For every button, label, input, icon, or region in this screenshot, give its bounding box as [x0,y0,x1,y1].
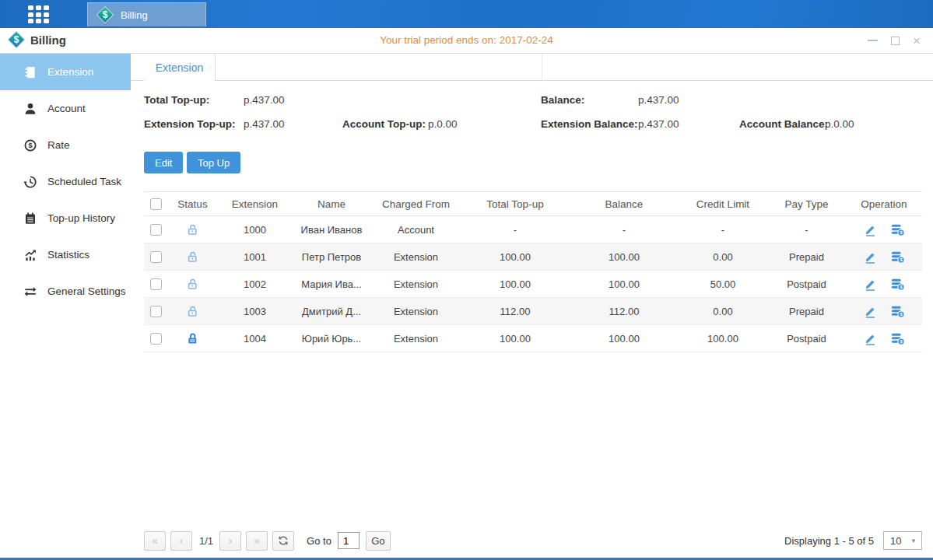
topup-button[interactable]: Top Up [187,152,240,173]
next-page-icon[interactable]: › [219,531,241,551]
edit-pencil-icon[interactable] [864,223,877,236]
extension-table: Status Extension Name Charged From Total… [144,191,922,352]
cell-pay-type: - [767,216,846,243]
cell-total-topup: 112.00 [461,298,570,325]
sidebar-item-scheduled-task[interactable]: Scheduled Task [0,163,131,200]
cell-balance: - [570,216,679,243]
edit-pencil-icon[interactable] [864,332,877,345]
edit-button[interactable]: Edit [144,152,183,173]
topup-coins-icon[interactable]: $ [891,250,905,264]
last-page-icon[interactable]: » [246,531,268,551]
cell-total-topup: - [461,216,570,243]
go-button[interactable]: Go [366,531,391,551]
page-size-select[interactable]: 10 ▼ [883,531,922,550]
dollar-circle-icon: $ [23,138,37,152]
extension-topup-label: Extension Top-up: [144,118,236,130]
extension-balance-label: Extension Balance: [541,118,638,130]
sidebar-item-topup-history[interactable]: Top-up History [0,200,131,236]
cell-total-topup: 100.00 [461,325,570,352]
column-header-status: Status [167,192,218,216]
table-row: 1000 Иван Иванов Account - - - - $ [144,216,922,243]
select-all-checkbox[interactable] [150,198,162,210]
total-topup-label: Total Top-up: [144,94,209,106]
goto-page-input[interactable] [338,532,360,549]
cell-extension: 1001 [218,243,292,271]
sidebar: Extension Account $ Rate Scheduled Task [0,54,131,558]
account-balance-label: Account Balance: [739,118,828,130]
history-clock-icon [23,175,37,189]
row-checkbox[interactable] [150,224,162,236]
cell-pay-type: Postpaid [767,325,846,352]
cell-name: Юрий Юрь... [292,325,371,352]
cell-balance: 112.00 [570,298,679,325]
first-page-icon[interactable]: « [144,531,166,551]
chevron-down-icon: ▼ [910,537,917,544]
maximize-icon[interactable] [891,37,900,45]
sidebar-item-label: Extension [47,66,93,78]
titlebar: $ Billing Your trial period ends on: 201… [0,28,933,54]
column-header-extension: Extension [218,192,292,216]
topup-coins-icon[interactable]: $ [891,305,905,318]
cell-name: Петр Петров [292,243,371,271]
prev-page-icon[interactable]: ‹ [170,531,192,551]
edit-pencil-icon[interactable] [864,278,877,291]
sidebar-item-rate[interactable]: $ Rate [0,127,131,163]
cell-charged-from: Extension [371,271,461,298]
sidebar-item-account[interactable]: Account [0,90,131,127]
table-row: 1003 Дмитрий Д... Extension 112.00 112.0… [144,298,922,325]
sidebar-item-label: Scheduled Task [47,176,121,187]
apps-grid-icon[interactable] [28,5,49,23]
account-balance-value: p.0.00 [825,118,854,130]
cell-extension: 1004 [218,325,292,352]
column-header-name: Name [292,192,371,216]
pagination-bar: « ‹ 1/1 › » Go to Go Displaying 1 - 5 of… [144,530,922,551]
close-icon[interactable]: × [913,37,921,45]
person-icon [23,102,37,116]
topup-coins-icon[interactable]: $ [891,278,905,291]
topup-coins-icon[interactable]: $ [891,223,905,236]
sidebar-item-label: Rate [47,139,70,151]
sidebar-item-extension[interactable]: Extension [0,54,131,90]
cell-balance: 100.00 [570,271,679,298]
column-header-credit-limit: Credit Limit [679,192,767,216]
account-topup-value: p.0.00 [428,118,458,130]
balance-value: p.437.00 [638,94,679,106]
topup-coins-icon[interactable]: $ [891,332,905,345]
row-checkbox[interactable] [150,333,162,345]
cell-total-topup: 100.00 [461,243,570,271]
page-indicator: 1/1 [199,535,213,547]
sliders-icon [23,285,37,299]
tab-extension[interactable]: Extension [144,54,216,81]
refresh-icon[interactable] [272,531,294,551]
status-lock-icon [186,305,199,317]
cell-charged-from: Extension [371,325,461,352]
balance-label: Balance: [541,94,584,106]
account-topup-label: Account Top-up: [342,118,426,130]
column-header-operation: Operation [846,192,922,216]
cell-total-topup: 100.00 [461,271,570,298]
minimize-icon[interactable] [868,40,878,41]
cell-extension: 1000 [218,216,292,243]
edit-pencil-icon[interactable] [864,250,877,264]
sidebar-item-label: Statistics [47,249,89,261]
row-checkbox[interactable] [150,306,162,317]
billing-diamond-icon: $ [96,6,114,23]
cell-balance: 100.00 [570,243,679,271]
row-checkbox[interactable] [150,278,162,290]
tab-strip: Extension [131,54,933,81]
table-row: 1002 Мария Ива... Extension 100.00 100.0… [144,271,922,298]
sidebar-item-general-settings[interactable]: General Settings [0,273,131,310]
ledger-icon [23,65,37,79]
taskbar-tab-billing[interactable]: $ Billing [87,2,206,26]
cell-extension: 1002 [218,271,292,298]
sidebar-item-statistics[interactable]: Statistics [0,236,131,273]
cell-charged-from: Extension [371,243,461,271]
tab-placeholder [216,54,542,80]
cell-pay-type: Prepaid [767,243,846,271]
cell-credit-limit: 0.00 [679,243,767,271]
row-checkbox[interactable] [150,251,162,263]
main-content: Extension Total Top-up: p.437.00 Balance… [131,54,933,558]
goto-label: Go to [307,535,331,547]
edit-pencil-icon[interactable] [864,305,877,318]
cell-name: Мария Ива... [292,271,371,298]
